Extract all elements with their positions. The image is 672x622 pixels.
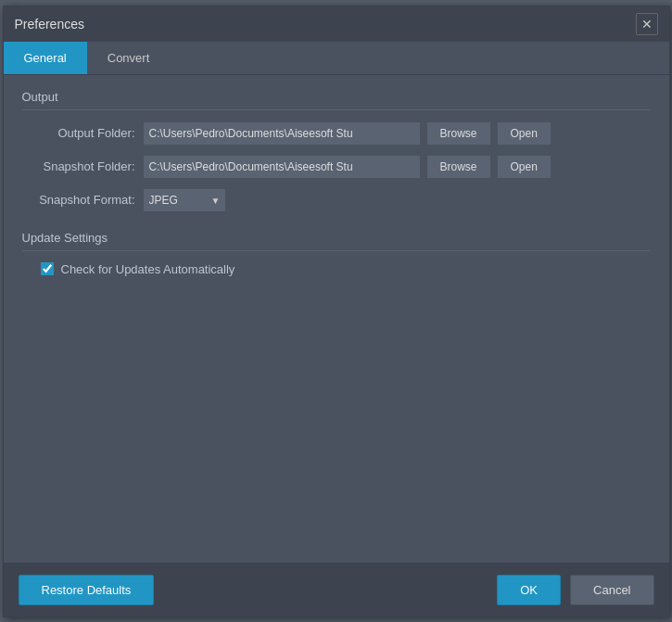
output-folder-row: Output Folder: Browse Open [22, 121, 651, 146]
snapshot-folder-open-button[interactable]: Open [497, 155, 552, 179]
check-updates-row: Check for Updates Automatically [41, 262, 651, 276]
cancel-button[interactable]: Cancel [570, 575, 653, 605]
snapshot-folder-input[interactable] [143, 155, 421, 179]
snapshot-folder-row: Snapshot Folder: Browse Open [22, 155, 651, 179]
output-section: Output Output Folder: Browse Open Snapsh… [22, 90, 651, 212]
footer: Restore Defaults OK Cancel [4, 563, 669, 616]
check-updates-checkbox[interactable] [41, 262, 54, 275]
tab-bar: General Convert [4, 42, 669, 75]
update-settings-section: Update Settings Check for Updates Automa… [22, 231, 651, 276]
output-folder-browse-button[interactable]: Browse [426, 121, 491, 146]
update-section-title: Update Settings [22, 231, 651, 251]
title-bar: Preferences ✕ [4, 6, 669, 42]
snapshot-folder-browse-button[interactable]: Browse [426, 155, 491, 179]
output-section-title: Output [22, 90, 651, 110]
preferences-dialog: Preferences ✕ General Convert Output Out… [3, 6, 670, 617]
snapshot-format-select[interactable]: JPEG PNG BMP [143, 188, 226, 212]
dialog-title: Preferences [15, 17, 84, 32]
restore-defaults-button[interactable]: Restore Defaults [19, 575, 155, 605]
snapshot-folder-label: Snapshot Folder: [22, 159, 143, 173]
tab-general[interactable]: General [4, 42, 87, 74]
snapshot-format-dropdown-wrap: JPEG PNG BMP ▼ [143, 188, 226, 212]
close-button[interactable]: ✕ [636, 13, 658, 35]
check-updates-label: Check for Updates Automatically [61, 262, 235, 276]
tab-convert[interactable]: Convert [87, 42, 171, 74]
snapshot-format-label: Snapshot Format: [22, 193, 143, 207]
output-folder-open-button[interactable]: Open [497, 121, 552, 146]
content-area: Output Output Folder: Browse Open Snapsh… [4, 75, 669, 563]
output-folder-input[interactable] [143, 121, 421, 146]
footer-right-buttons: OK Cancel [497, 575, 653, 605]
snapshot-format-row: Snapshot Format: JPEG PNG BMP ▼ [22, 188, 651, 212]
output-folder-label: Output Folder: [22, 126, 143, 140]
ok-button[interactable]: OK [497, 575, 561, 605]
